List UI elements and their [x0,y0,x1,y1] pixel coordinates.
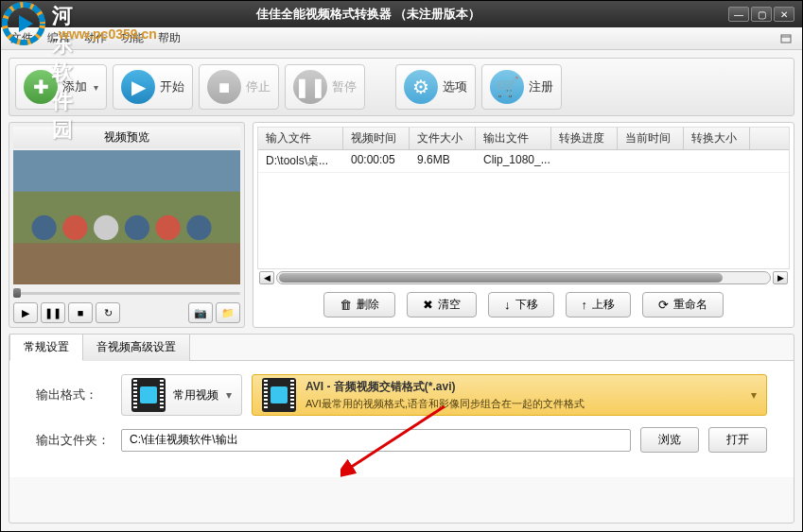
menu-corner-icon[interactable] [779,32,793,45]
th-time[interactable]: 视频时间 [343,128,410,149]
clear-button[interactable]: ✖清空 [407,292,477,317]
preview-stop-button[interactable]: ■ [68,302,93,323]
pause-button[interactable]: ❚❚ 暂停 [285,64,365,110]
play-icon: ▶ [121,70,155,104]
output-folder-label: 输出文件夹： [36,432,112,449]
tab-basic[interactable]: 常规设置 [9,334,83,361]
add-button[interactable]: ✚ 添加 ▾ [15,64,107,110]
format-subtitle: AVI最常用的视频格式,语音和影像同步组合在一起的文件格式 [305,397,585,411]
horizontal-scrollbar[interactable]: ◀ ▶ [257,269,790,286]
cell-input: D:\tools\桌... [258,150,343,172]
open-button[interactable]: 打开 [708,427,767,453]
th-input[interactable]: 输入文件 [258,128,343,149]
svg-rect-3 [781,35,791,43]
add-label: 添加 [62,78,87,95]
scroll-right-button[interactable]: ▶ [773,271,788,284]
chevron-down-icon: ▾ [226,388,232,402]
chevron-down-icon: ▾ [94,82,98,93]
cell-size: 9.6MB [410,150,476,172]
start-button[interactable]: ▶ 开始 [113,64,193,110]
film-icon [131,378,166,412]
move-up-button[interactable]: ↑上移 [566,292,632,317]
gear-icon: ⚙ [404,70,438,104]
pause-icon: ❚❚ [293,70,327,104]
toolbar: ✚ 添加 ▾ ▶ 开始 ■ 停止 ❚❚ 暂停 ⚙ 选项 🛒 [9,58,794,116]
up-label: 上移 [592,297,615,313]
format-description[interactable]: AVI - 音频视频交错格式(*.avi) AVI最常用的视频格式,语音和影像同… [252,374,767,416]
output-folder-input[interactable] [121,429,631,452]
scroll-left-button[interactable]: ◀ [259,271,274,284]
preview-pause-button[interactable]: ❚❚ [41,302,65,323]
minimize-button[interactable]: — [728,7,749,22]
table-header: 输入文件 视频时间 文件大小 输出文件 转换进度 当前时间 转换大小 [258,128,789,150]
stop-button[interactable]: ■ 停止 [199,64,279,110]
options-button[interactable]: ⚙ 选项 [395,64,476,110]
titlebar: 佳佳全能视频格式转换器 （未注册版本） — ▢ ✕ [1,1,802,27]
move-down-button[interactable]: ↓下移 [488,292,554,317]
clear-label: 清空 [438,297,461,313]
preview-loop-button[interactable]: ↻ [96,302,120,323]
th-curtime[interactable]: 当前时间 [618,128,684,149]
chevron-down-icon: ▾ [751,388,757,402]
basket-icon: 🛒 [490,70,524,104]
th-progress[interactable]: 转换进度 [551,128,618,149]
menu-edit[interactable]: 编辑 [47,30,70,46]
preview-title: 视频预览 [13,127,240,148]
menu-help[interactable]: 帮助 [158,30,181,46]
maximize-button[interactable]: ▢ [751,7,772,22]
table-row[interactable]: D:\tools\桌... 00:00:05 9.6MB Clip_1080_.… [258,150,789,173]
trash-icon: 🗑 [340,298,352,312]
register-label: 注册 [529,78,553,95]
th-size[interactable]: 文件大小 [410,128,476,149]
cell-progress [551,150,618,172]
format-category-text: 常用视频 [173,387,218,403]
delete-label: 删除 [357,297,379,313]
menu-file[interactable]: 文件 [10,30,33,46]
plus-icon: ✚ [24,70,58,104]
pause-label: 暂停 [332,78,357,95]
rename-button[interactable]: ⟳重命名 [642,292,724,317]
film-icon [262,378,296,412]
x-icon: ✖ [423,298,433,312]
preview-image [13,150,240,284]
preview-play-button[interactable]: ▶ [13,302,38,323]
cell-time: 00:00:05 [343,150,410,172]
stop-icon: ■ [207,70,241,104]
stop-label: 停止 [246,78,271,95]
preview-snapshot-button[interactable]: 📷 [188,302,213,323]
arrow-down-icon: ↓ [504,298,511,312]
th-output[interactable]: 输出文件 [476,128,551,149]
cell-curtime [618,150,684,172]
preview-folder-button[interactable]: 📁 [216,302,240,323]
menu-function[interactable]: 功能 [121,30,144,46]
window-title: 佳佳全能视频格式转换器 （未注册版本） [9,6,728,23]
options-label: 选项 [443,78,467,95]
preview-panel: 视频预览 ▶ ❚❚ ■ ↻ 📷 📁 [9,122,245,328]
register-button[interactable]: 🛒 注册 [481,64,562,110]
delete-button[interactable]: 🗑删除 [323,292,395,317]
cell-output: Clip_1080_... [476,150,551,172]
refresh-icon: ⟳ [658,298,669,312]
close-button[interactable]: ✕ [774,7,794,22]
format-title: AVI - 音频视频交错格式(*.avi) [305,379,585,395]
down-label: 下移 [515,297,538,313]
th-cursize[interactable]: 转换大小 [684,128,750,149]
menubar: 文件 编辑 动作 功能 帮助 [1,27,802,50]
start-label: 开始 [160,78,184,95]
tab-advanced[interactable]: 音视频高级设置 [82,334,190,361]
cell-cursize [684,150,750,172]
preview-slider[interactable] [13,286,240,300]
arrow-up-icon: ↑ [582,298,588,312]
browse-button[interactable]: 浏览 [640,427,699,453]
format-category-select[interactable]: 常用视频 ▾ [121,374,242,416]
file-list-panel: 输入文件 视频时间 文件大小 输出文件 转换进度 当前时间 转换大小 D:\to… [253,122,794,328]
app-window: 佳佳全能视频格式转换器 （未注册版本） — ▢ ✕ 文件 编辑 动作 功能 帮助… [0,0,803,532]
rename-label: 重命名 [673,297,707,313]
table-body: D:\tools\桌... 00:00:05 9.6MB Clip_1080_.… [258,150,789,268]
settings-panel: 常规设置 音视频高级设置 输出格式： 常用视频 ▾ AVI - 音频视频交错格式… [9,334,794,523]
output-format-label: 输出格式： [36,386,112,403]
menu-action[interactable]: 动作 [84,30,107,46]
